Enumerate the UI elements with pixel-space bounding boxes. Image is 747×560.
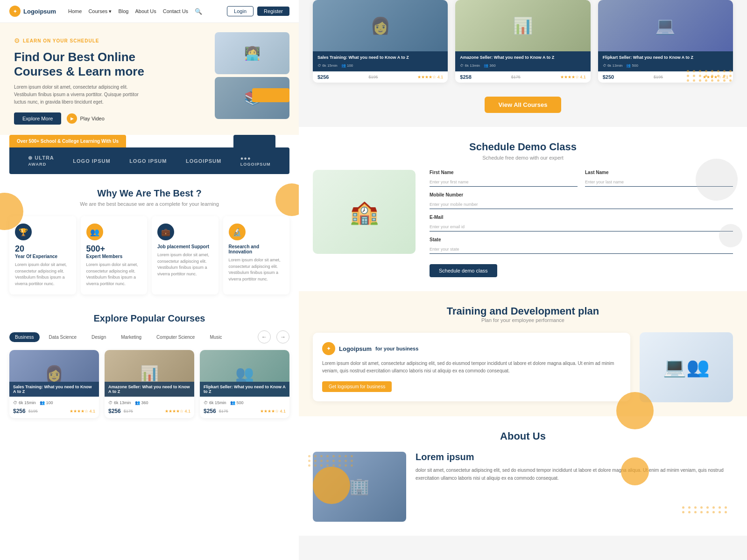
tab-computerscience[interactable]: Computer Science bbox=[151, 332, 200, 342]
top-rating-2: ★★★★☆ 4.1 bbox=[560, 75, 586, 79]
training-logo-icon: ✦ bbox=[322, 342, 335, 355]
course-meta-2: ⏱ 6k 13min 👥 360 bbox=[108, 400, 190, 405]
why-desc-1: Lorem ipsum dolor sit amet, consectetur … bbox=[15, 262, 70, 287]
why-title: Why We Are The Best ? bbox=[9, 188, 289, 199]
courses-tabs: Business Data Science Design Marketing C… bbox=[9, 330, 289, 343]
top-course-footer-1: $256 $195 ★★★★☆ 4.1 bbox=[313, 71, 448, 83]
form-group-state: State bbox=[430, 237, 733, 254]
search-icon[interactable]: 🔍 bbox=[195, 8, 202, 15]
nav-courses[interactable]: Courses ▾ bbox=[88, 8, 112, 14]
course-students-3: 👥 500 bbox=[230, 400, 244, 405]
course-duration-2: ⏱ 6k 13min bbox=[108, 400, 131, 405]
partner-logo-5: ●●●logoipsum bbox=[240, 155, 271, 167]
right-panel: 👩 Sales Training: What you need to Know … bbox=[299, 0, 747, 560]
firstname-label: First Name bbox=[430, 170, 578, 175]
top-course-body-3: Flipkart Seller: What you need to Know A… bbox=[598, 51, 733, 71]
top-students-2: 👥 360 bbox=[484, 63, 496, 68]
tab-business[interactable]: Business bbox=[9, 332, 40, 342]
course-card-3: 👥 Flipkart Seller: What you need to Know… bbox=[200, 350, 289, 418]
course-price-3: $256 bbox=[204, 408, 216, 414]
partners-bar: ⊛ ULTRAAWARD LOGO IPSUM LOGO IPSUM logoi… bbox=[9, 147, 289, 174]
top-course-img-placeholder-3: 💻 bbox=[598, 0, 733, 51]
top-duration-1: ⏱ 6k 15min bbox=[317, 63, 338, 68]
top-course-2: 📊 Amazone Seller: What you need to Know … bbox=[455, 0, 590, 83]
why-icon-1: 🏆 bbox=[15, 224, 32, 240]
partners-banner: Over 500+ School & College Learning With… bbox=[9, 135, 126, 147]
top-price-old-1: $195 bbox=[368, 75, 378, 79]
email-label: E-Mail bbox=[430, 215, 733, 220]
course-price-2: $256 bbox=[108, 408, 121, 414]
course-price-row-2: $256 $175 ★★★★☆ 4.1 bbox=[108, 408, 190, 414]
nav-contact[interactable]: Contact Us bbox=[163, 8, 188, 14]
deco-gray-1 bbox=[696, 159, 738, 201]
training-section: Training and Development plan Plan for y… bbox=[299, 291, 747, 416]
state-label: State bbox=[430, 237, 733, 242]
top-price-2: $258 bbox=[460, 74, 471, 80]
top-rating-1: ★★★★☆ 4.1 bbox=[417, 75, 443, 79]
dots-bottom-right bbox=[682, 506, 728, 513]
hero-teal-accent bbox=[233, 135, 275, 151]
schedule-title: Schedule Demo Class bbox=[313, 141, 733, 153]
schedule-illust-bg: 🏫 bbox=[313, 170, 416, 254]
training-logo-row: ✦ Logoipsum for your business bbox=[322, 342, 621, 355]
top-course-meta-1: ⏱ 6k 15min 👥 100 bbox=[317, 63, 443, 68]
view-all-button[interactable]: View All Courses bbox=[485, 97, 562, 113]
view-all-section: View All Courses bbox=[299, 92, 747, 127]
course-overlay-2: Amazone Seller: What you need to Know A … bbox=[105, 382, 194, 397]
top-course-title-1: Sales Training: What you need to Know A … bbox=[317, 55, 443, 61]
partner-logo-4: logoipsum bbox=[186, 158, 221, 164]
hero-images: 👩‍💻 📚 bbox=[215, 32, 289, 119]
courses-title: Explore Popular Courses bbox=[9, 313, 289, 324]
mobile-input[interactable] bbox=[430, 200, 733, 209]
state-input[interactable] bbox=[430, 245, 733, 254]
course-body-1: ⏱ 6k 15min 👥 100 $256 $195 ★★★★☆ 4.1 bbox=[9, 397, 99, 418]
nav-blog[interactable]: Blog bbox=[118, 8, 128, 14]
top-course-1: 👩 Sales Training: What you need to Know … bbox=[313, 0, 448, 83]
form-row-name: First Name Last Name bbox=[430, 170, 733, 187]
why-desc-3: Lorem ipsum dolor sit amet, consectetur … bbox=[157, 252, 213, 277]
about-description: dolor sit amet, consectetur adipiscing e… bbox=[416, 466, 733, 482]
tab-prev-button[interactable]: ← bbox=[258, 330, 271, 343]
why-icon-3: 💼 bbox=[157, 224, 174, 240]
tab-marketing[interactable]: Marketing bbox=[115, 332, 147, 342]
course-meta-1: ⏱ 6k 15min 👥 100 bbox=[13, 400, 95, 405]
nav-about[interactable]: About Us bbox=[135, 8, 156, 14]
tab-datascience[interactable]: Data Science bbox=[43, 332, 82, 342]
why-number-1: 20 bbox=[15, 244, 70, 254]
top-course-title-3: Flipkart Seller: What you need to Know A… bbox=[603, 55, 728, 61]
nav-home[interactable]: Home bbox=[68, 8, 82, 14]
get-training-button[interactable]: Get logoipsum for business bbox=[322, 381, 392, 392]
top-courses: 👩 Sales Training: What you need to Know … bbox=[299, 0, 747, 92]
about-layout: 🏢 Lorem ipsum dolor sit amet, consectetu… bbox=[313, 452, 733, 522]
explore-button[interactable]: Explore More bbox=[14, 112, 61, 125]
email-input[interactable] bbox=[430, 222, 733, 231]
tab-design[interactable]: Design bbox=[86, 332, 112, 342]
play-video-button[interactable]: ▶ Play Video bbox=[67, 113, 104, 124]
top-price-1: $256 bbox=[317, 74, 329, 80]
about-section: About Us 🏢 Lorem ipsum dolor sit amet, c… bbox=[299, 416, 747, 536]
schedule-submit-button[interactable]: Schedule demo class bbox=[430, 264, 497, 277]
form-group-mobile: Mobile Number bbox=[430, 192, 733, 209]
top-course-img-1: 👩 bbox=[313, 0, 448, 51]
dots-bottom-left-right bbox=[308, 455, 354, 467]
top-course-meta-2: ⏱ 6k 13min 👥 360 bbox=[460, 63, 585, 68]
course-overlay-title-1: Sales Training: What you need to Know A … bbox=[13, 385, 95, 394]
top-price-old-3: $195 bbox=[654, 75, 663, 79]
about-title: About Us bbox=[313, 430, 733, 442]
firstname-input[interactable] bbox=[430, 177, 578, 187]
course-overlay-title-3: Flipkart Seller: What you need to Know A… bbox=[204, 385, 286, 394]
play-icon: ▶ bbox=[67, 113, 77, 124]
form-row-email: E-Mail bbox=[430, 215, 733, 231]
top-students-3: 👥 500 bbox=[626, 63, 638, 68]
tab-music[interactable]: Music bbox=[204, 332, 227, 342]
tab-next-button[interactable]: → bbox=[276, 330, 289, 343]
course-duration-3: ⏱ 6k 15min bbox=[204, 400, 226, 405]
course-meta-3: ⏱ 6k 15min 👥 500 bbox=[204, 400, 286, 405]
register-button[interactable]: Register bbox=[257, 7, 289, 16]
hero-badge-text: LEARN ON YOUR SCHEDULE bbox=[23, 38, 99, 43]
hero-image-top: 👩‍💻 bbox=[215, 32, 289, 74]
hero-title: Find Our Best Online Courses & Learn mor… bbox=[14, 50, 145, 79]
course-rating-1: ★★★★☆ 4.1 bbox=[70, 409, 95, 413]
login-button[interactable]: Login bbox=[227, 6, 254, 16]
course-price-old-2: $175 bbox=[124, 409, 133, 413]
